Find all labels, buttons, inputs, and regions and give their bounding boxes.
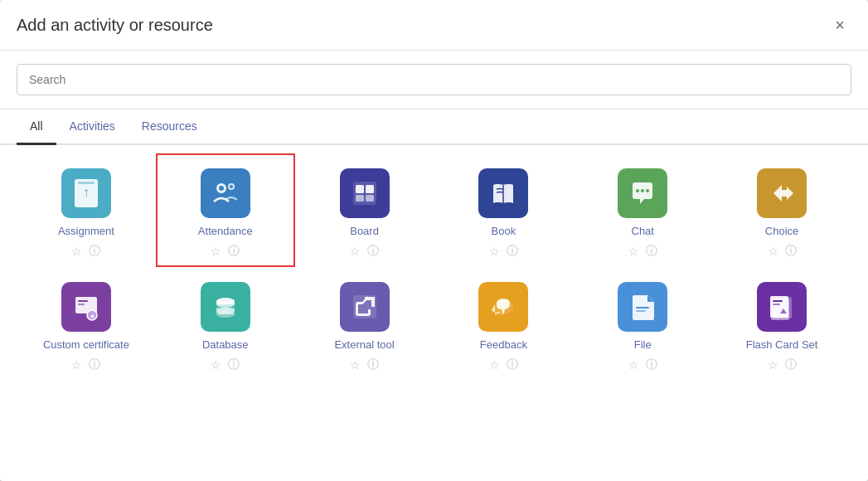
external-tool-label: External tool <box>334 338 394 352</box>
chat-icon <box>628 178 657 208</box>
custom-certificate-label: Custom certificate <box>43 338 129 352</box>
choice-info[interactable]: ⓘ <box>785 244 797 259</box>
database-icon <box>211 292 240 322</box>
database-info[interactable]: ⓘ <box>228 357 240 372</box>
svg-rect-36 <box>773 304 780 305</box>
svg-point-4 <box>219 186 224 191</box>
item-attendance[interactable]: Attendance ☆ ⓘ <box>156 153 295 267</box>
database-star[interactable]: ☆ <box>211 358 221 372</box>
choice-star[interactable]: ☆ <box>768 245 778 258</box>
svg-rect-30 <box>636 307 649 309</box>
svg-rect-17 <box>78 300 88 302</box>
feedback-actions: ☆ ⓘ <box>489 357 518 372</box>
feedback-label: Feedback <box>480 338 527 352</box>
external-tool-star[interactable]: ☆ <box>350 358 361 372</box>
item-chat[interactable]: Chat ☆ ⓘ <box>573 153 712 267</box>
svg-text:★: ★ <box>89 313 95 320</box>
board-icon-box <box>340 168 390 218</box>
book-info[interactable]: ⓘ <box>507 244 518 259</box>
chat-star[interactable]: ☆ <box>628 245 639 258</box>
board-label: Board <box>350 225 379 239</box>
flash-card-set-icon-box <box>757 282 807 332</box>
file-icon <box>628 292 657 322</box>
flash-card-set-star[interactable]: ☆ <box>768 358 778 372</box>
board-star[interactable]: ☆ <box>350 245 361 258</box>
flash-card-set-actions: ☆ ⓘ <box>768 357 797 372</box>
flash-card-set-info[interactable]: ⓘ <box>785 357 797 372</box>
assignment-label: Assignment <box>58 225 114 239</box>
attendance-icon-box <box>201 168 250 218</box>
chat-label: Chat <box>632 225 654 239</box>
modal-header: Add an activity or resource × <box>0 0 868 51</box>
file-star[interactable]: ☆ <box>628 358 639 372</box>
svg-rect-11 <box>366 195 374 202</box>
activity-grid: ↑ Assignment ☆ ⓘ <box>17 153 851 381</box>
svg-rect-8 <box>356 185 364 193</box>
feedback-info[interactable]: ⓘ <box>507 357 518 372</box>
file-info[interactable]: ⓘ <box>646 357 657 372</box>
svg-rect-2 <box>78 182 95 184</box>
attendance-actions: ☆ ⓘ <box>211 244 240 259</box>
book-icon-box <box>478 168 528 218</box>
svg-rect-10 <box>356 195 364 202</box>
chat-actions: ☆ ⓘ <box>628 244 657 259</box>
choice-icon-box <box>757 168 807 218</box>
flash-card-set-icon <box>767 292 797 322</box>
assignment-info[interactable]: ⓘ <box>89 244 100 259</box>
item-external-tool[interactable]: External tool ☆ ⓘ <box>295 267 434 381</box>
item-book[interactable]: Book ☆ ⓘ <box>434 153 573 267</box>
tab-resources[interactable]: Resources <box>129 109 211 145</box>
attendance-label: Attendance <box>198 225 253 239</box>
attendance-info[interactable]: ⓘ <box>228 244 240 259</box>
assignment-star[interactable]: ☆ <box>71 245 82 258</box>
assignment-actions: ☆ ⓘ <box>71 244 100 259</box>
custom-certificate-info[interactable]: ⓘ <box>89 357 100 372</box>
close-button[interactable]: × <box>828 13 851 36</box>
external-tool-actions: ☆ ⓘ <box>350 357 379 372</box>
external-tool-icon-box <box>340 282 390 332</box>
chat-info[interactable]: ⓘ <box>646 244 657 259</box>
file-label: File <box>634 338 652 352</box>
item-choice[interactable]: Choice ☆ ⓘ <box>712 153 851 267</box>
item-flash-card-set[interactable]: Flash Card Set ☆ ⓘ <box>712 267 851 381</box>
attendance-star[interactable]: ☆ <box>211 245 221 258</box>
custom-certificate-star[interactable]: ☆ <box>71 358 82 372</box>
book-label: Book <box>492 225 516 239</box>
item-assignment[interactable]: ↑ Assignment ☆ ⓘ <box>17 153 156 267</box>
file-actions: ☆ ⓘ <box>628 357 657 372</box>
feedback-icon <box>488 292 518 322</box>
grid-container: ↑ Assignment ☆ ⓘ <box>0 145 868 389</box>
chat-icon-box <box>618 168 667 218</box>
svg-point-14 <box>641 189 644 192</box>
item-file[interactable]: File ☆ ⓘ <box>573 267 712 381</box>
tab-bar: All Activities Resources <box>0 109 868 145</box>
search-bar <box>0 51 868 109</box>
custom-certificate-icon: ★ <box>71 292 101 322</box>
item-database[interactable]: Database ☆ ⓘ <box>156 267 295 381</box>
database-label: Database <box>202 338 249 352</box>
svg-point-6 <box>230 185 233 188</box>
search-input[interactable] <box>17 64 851 95</box>
assignment-icon: ↑ <box>71 178 101 208</box>
database-actions: ☆ ⓘ <box>211 357 240 372</box>
database-icon-box <box>201 282 250 332</box>
custom-certificate-actions: ☆ ⓘ <box>71 357 100 372</box>
flash-card-set-label: Flash Card Set <box>746 338 818 352</box>
feedback-icon-box <box>478 282 528 332</box>
svg-point-27 <box>216 311 235 318</box>
choice-actions: ☆ ⓘ <box>768 244 797 259</box>
book-star[interactable]: ☆ <box>489 245 500 258</box>
svg-rect-9 <box>366 185 374 193</box>
item-feedback[interactable]: Feedback ☆ ⓘ <box>434 267 573 381</box>
item-custom-certificate[interactable]: ★ Custom certificate ☆ ⓘ <box>17 267 156 381</box>
attendance-icon <box>211 178 240 208</box>
board-actions: ☆ ⓘ <box>350 244 379 259</box>
board-info[interactable]: ⓘ <box>367 244 379 259</box>
tab-activities[interactable]: Activities <box>56 109 129 145</box>
external-tool-info[interactable]: ⓘ <box>367 357 379 372</box>
assignment-icon-box: ↑ <box>61 168 111 218</box>
item-board[interactable]: Board ☆ ⓘ <box>295 153 434 267</box>
external-tool-icon <box>350 292 380 322</box>
feedback-star[interactable]: ☆ <box>489 358 500 372</box>
tab-all[interactable]: All <box>17 109 56 145</box>
